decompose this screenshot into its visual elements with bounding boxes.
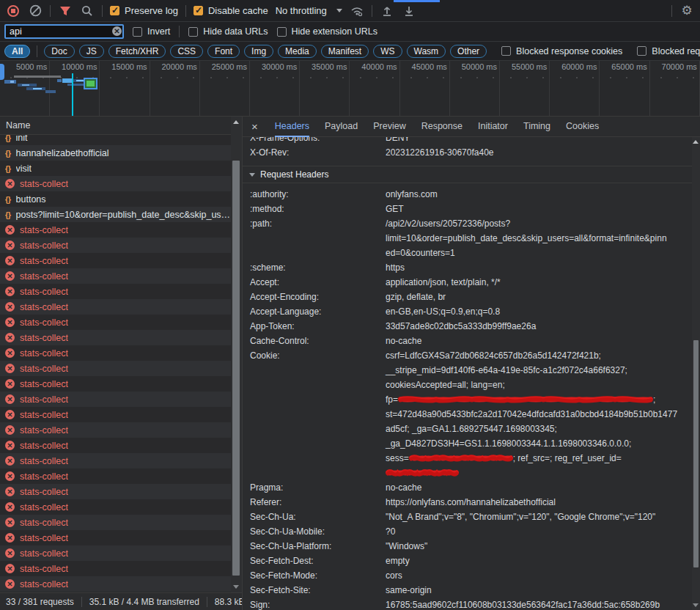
preserve-log-checkbox[interactable]: Preserve log: [110, 5, 178, 16]
type-filter-pill-ws[interactable]: WS: [373, 45, 402, 58]
close-icon[interactable]: ×: [250, 120, 259, 133]
import-har-icon[interactable]: [380, 4, 394, 18]
request-row[interactable]: ✕stats-collect: [0, 438, 231, 453]
timeline-dot: [660, 77, 662, 78]
scroll-down-icon[interactable]: [233, 585, 239, 589]
request-row[interactable]: ✕stats-collect: [0, 392, 231, 407]
tab-preview[interactable]: Preview: [373, 117, 405, 137]
request-row[interactable]: ✕stats-collect: [0, 515, 231, 530]
request-row[interactable]: ✕stats-collect: [0, 376, 231, 392]
request-row[interactable]: ✕stats-collect: [0, 361, 231, 376]
request-row[interactable]: ✕stats-collect: [0, 345, 231, 361]
request-row[interactable]: {}buttons: [0, 191, 231, 207]
type-filter-pill-other[interactable]: Other: [450, 45, 487, 58]
request-row[interactable]: ✕stats-collect: [0, 176, 231, 191]
disable-cache-checkbox[interactable]: Disable cache: [194, 5, 268, 16]
checkbox-checked-icon[interactable]: [194, 6, 203, 15]
checkbox-icon[interactable]: [133, 27, 142, 37]
checkbox-icon[interactable]: [637, 46, 646, 56]
type-filter-pill-all[interactable]: All: [4, 45, 30, 58]
throttling-dropdown[interactable]: No throttling: [276, 5, 342, 16]
scrollbar-thumb[interactable]: [693, 340, 699, 567]
type-filter-pill-doc[interactable]: Doc: [44, 45, 74, 58]
checkbox-icon[interactable]: [277, 27, 287, 37]
waterfall-bar: [33, 88, 42, 89]
details-scrollbar[interactable]: [692, 137, 700, 610]
type-filter-pill-css[interactable]: CSS: [170, 45, 203, 58]
clear-filter-icon[interactable]: ✕: [112, 26, 122, 36]
request-row[interactable]: ✕stats-collect: [0, 499, 231, 515]
header-name: X-Frame-Options:: [250, 137, 386, 145]
blocked-requests-checkbox[interactable]: Blocked requests: [637, 46, 700, 56]
type-filter-pill-img[interactable]: Img: [244, 45, 273, 58]
request-headers-section[interactable]: Request Headers: [243, 166, 700, 183]
request-row[interactable]: ✕stats-collect: [0, 545, 231, 561]
export-har-icon[interactable]: [402, 4, 416, 18]
type-filter-pill-media[interactable]: Media: [278, 45, 317, 58]
timeline-dot: [392, 77, 394, 78]
hide-extension-urls-checkbox[interactable]: Hide extension URLs: [277, 26, 377, 37]
request-row[interactable]: ✕stats-collect: [0, 576, 231, 592]
type-filter-pill-wasm[interactable]: Wasm: [407, 45, 446, 58]
checkbox-icon[interactable]: [501, 46, 511, 56]
request-name: stats-collect: [20, 287, 68, 297]
request-row[interactable]: ✕stats-collect: [0, 422, 231, 438]
network-conditions-icon[interactable]: [350, 4, 364, 18]
request-row[interactable]: ✕stats-collect: [0, 268, 231, 284]
name-column-header[interactable]: Name: [0, 117, 242, 135]
type-filter-pill-manifest[interactable]: Manifest: [321, 45, 369, 58]
request-row[interactable]: ✕stats-collect: [0, 222, 231, 238]
checkbox-icon[interactable]: [188, 27, 198, 37]
request-row[interactable]: {}hannahelizabethofficial: [0, 145, 231, 161]
blocked-response-cookies-checkbox[interactable]: Blocked response cookies: [501, 46, 622, 56]
tab-timing[interactable]: Timing: [523, 117, 550, 137]
tab-payload[interactable]: Payload: [325, 117, 358, 137]
tab-cookies[interactable]: Cookies: [566, 117, 599, 137]
overview-drag-handle[interactable]: [0, 64, 4, 80]
invert-checkbox[interactable]: Invert: [133, 26, 170, 37]
hide-data-urls-checkbox[interactable]: Hide data URLs: [188, 26, 268, 37]
scroll-up-icon[interactable]: [233, 120, 239, 124]
redaction-scribble: [409, 453, 513, 463]
request-name: stats-collect: [20, 302, 68, 312]
request-row[interactable]: ✕stats-collect: [0, 315, 231, 330]
request-row[interactable]: ✕stats-collect: [0, 530, 231, 545]
request-row[interactable]: ✕stats-collect: [0, 299, 231, 315]
clear-block-icon[interactable]: [28, 4, 43, 18]
request-row[interactable]: ✕stats-collect: [0, 238, 231, 253]
scroll-up-icon[interactable]: [693, 140, 699, 144]
network-overview-timeline[interactable]: 5000 ms10000 ms15000 ms20000 ms25000 ms3…: [0, 61, 700, 117]
type-filter-pill-font[interactable]: Font: [207, 45, 240, 58]
tab-headers[interactable]: Headers: [275, 117, 309, 137]
timeline-dot: [560, 77, 561, 78]
request-name: stats-collect: [20, 240, 68, 251]
record-icon[interactable]: [6, 4, 21, 18]
request-row[interactable]: {}visit: [0, 161, 231, 176]
type-filter-pill-js[interactable]: JS: [79, 45, 104, 58]
request-row[interactable]: ✕stats-collect: [0, 284, 231, 299]
request-row[interactable]: ✕stats-collect: [0, 484, 231, 499]
scroll-down-icon[interactable]: [693, 603, 699, 607]
requests-scrollbar[interactable]: [231, 117, 242, 592]
filter-icon[interactable]: [58, 4, 73, 18]
filter-input[interactable]: [4, 24, 124, 39]
request-row[interactable]: ✕stats-collect: [0, 561, 231, 576]
request-row[interactable]: {}posts?limit=10&order=publish_date_desc…: [0, 207, 231, 222]
tab-response[interactable]: Response: [421, 117, 463, 137]
scrollbar-thumb[interactable]: [232, 161, 240, 576]
request-row[interactable]: ✕stats-collect: [0, 468, 231, 484]
request-row[interactable]: {}init: [0, 135, 231, 145]
request-row[interactable]: ✕stats-collect: [0, 253, 231, 268]
checkbox-checked-icon[interactable]: [110, 6, 119, 15]
search-icon[interactable]: [80, 4, 95, 18]
request-name: stats-collect: [20, 471, 68, 482]
request-row[interactable]: ✕stats-collect: [0, 407, 231, 422]
settings-gear-icon[interactable]: ⚙: [679, 4, 694, 18]
type-filter-pill-fetch-xhr[interactable]: Fetch/XHR: [108, 45, 166, 58]
headers-content: X-Frame-Options:DENYX-Of-Rev:20231226191…: [243, 137, 700, 610]
header-row: Sec-Ch-Ua-Mobile:?0: [243, 524, 700, 539]
tab-initiator[interactable]: Initiator: [478, 117, 508, 137]
request-row[interactable]: ✕stats-collect: [0, 330, 231, 345]
request-row[interactable]: ✕stats-collect: [0, 453, 231, 468]
header-row: Sec-Fetch-Site:same-origin: [243, 583, 700, 598]
